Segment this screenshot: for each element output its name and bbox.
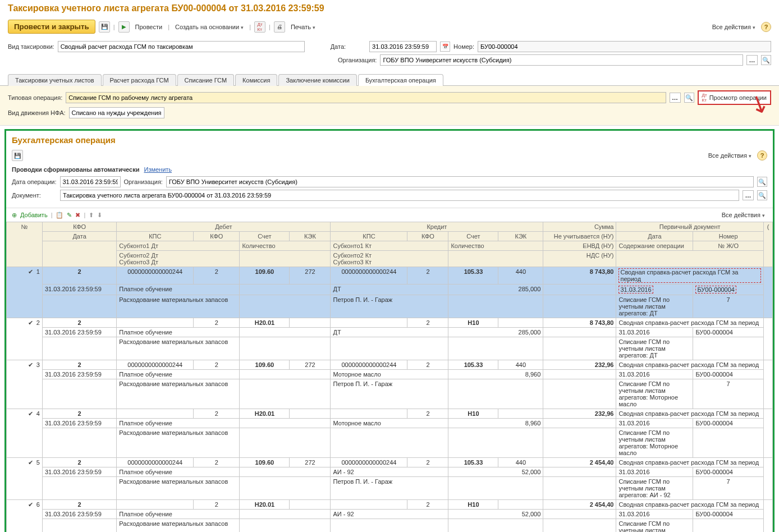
all-actions-2-button[interactable]: Все действия ▾ [706, 151, 754, 160]
doc-search-icon[interactable]: 🔍 [757, 190, 767, 200]
create-based-on-button[interactable]: Создать на основании ▾ [173, 22, 246, 31]
col-qty2: Количество [448, 241, 543, 251]
col-sub2k: Субконто2 КтСубконто3 Кт [331, 251, 448, 267]
add-row-button[interactable]: Добавить [20, 212, 48, 218]
col-номер: Номер [693, 232, 764, 241]
table-row[interactable]: ✔ 3 2 00000000000002442109.60272 0000000… [7, 360, 773, 370]
table-row[interactable]: Расходование материальных запасов Петров… [7, 379, 773, 409]
col-dkps: КПС [117, 232, 194, 241]
label-taxtype: Вид таксировки: [8, 43, 54, 50]
table-row[interactable]: ✔ 6 2 2Н20.01 2Н10 2 454,40 Сводная спра… [7, 500, 773, 510]
copy-icon[interactable]: 📋 [56, 212, 63, 219]
col-num: № [7, 222, 43, 267]
save-icon[interactable]: 💾 [99, 21, 110, 33]
org-input[interactable] [380, 54, 743, 66]
col-ckfo: КФО [407, 232, 448, 241]
col-debit: Дебет [117, 222, 331, 232]
table-row[interactable]: ✔ 4 2 2Н20.01 2Н10 232,96 Сводная справк… [7, 409, 773, 419]
col-dkfo: КФО [194, 232, 240, 241]
calendar-icon[interactable]: 📅 [440, 42, 450, 52]
table-row[interactable]: 31.03.2016 23:59:59 Платное обучение Мот… [7, 419, 773, 428]
typop-search-icon[interactable]: 🔍 [684, 93, 694, 103]
all-actions-3-button[interactable]: Все действия ▾ [720, 210, 767, 219]
post-icon[interactable]: ▶ [118, 21, 130, 33]
typop-input[interactable] [66, 92, 666, 103]
change-link[interactable]: Изменить [144, 166, 172, 173]
add-row-icon[interactable]: ⊕ [12, 212, 17, 219]
table-row[interactable]: ✔ 1 2 00000000000002442109.60272 0000000… [7, 267, 773, 285]
col-cacct: Счет [448, 232, 498, 241]
col-sum: Сумма [543, 222, 616, 232]
date-input[interactable] [369, 41, 437, 52]
org2-input[interactable] [166, 176, 754, 187]
entries-table[interactable]: № КФО Дебет Кредит Сумма Первичный докум… [6, 222, 773, 532]
col-nds: НДС (НУ) [543, 251, 616, 267]
print-button[interactable]: Печать ▾ [288, 22, 318, 31]
col-dacct: Счет [240, 232, 290, 241]
tab-conclusion[interactable]: Заключение комиссии [278, 74, 356, 86]
table-row[interactable]: 31.03.2016 23:59:59 Платное обучение АИ … [7, 510, 773, 519]
table-row[interactable]: 31.03.2016 23:59:59 Платное обучение ДТ2… [7, 328, 773, 337]
help-icon-2[interactable]: ? [757, 150, 767, 160]
print-icon[interactable]: 🖨 [274, 21, 285, 33]
table-row[interactable]: Расходование материальных запасов Списан… [7, 428, 773, 458]
doc-input[interactable] [60, 190, 739, 201]
taxtype-input[interactable] [58, 41, 305, 52]
view-operation-button[interactable]: ДтКт Просмотр операции [698, 90, 771, 105]
col-date: Дата [42, 232, 116, 241]
dtkt-small-icon: ДтКт [702, 93, 707, 103]
label-number: Номер: [453, 43, 474, 50]
tab-fuel-calc[interactable]: Расчет расхода ГСМ [103, 74, 176, 86]
org2-search-icon[interactable]: 🔍 [757, 177, 767, 187]
table-row[interactable]: Расходование материальных запасов Петров… [7, 477, 773, 500]
col-extra: ( [763, 222, 772, 267]
doc-select-icon[interactable]: … [743, 190, 754, 200]
col-ckek: КЭК [498, 232, 543, 241]
table-row[interactable]: 31.03.2016 23:59:59 Платное обучение АИ … [7, 467, 773, 477]
table-row[interactable]: 31.03.2016 23:59:59 Платное обучение ДТ2… [7, 285, 773, 295]
section-title: Бухгалтерская операция [12, 135, 767, 145]
delete-icon[interactable]: ✖ [75, 212, 80, 219]
tab-accounting-op[interactable]: Бухгалтерская операция [358, 74, 443, 86]
org-select-icon[interactable]: … [746, 55, 758, 65]
col-zho: № Ж/О [693, 241, 764, 251]
table-row[interactable]: ✔ 5 2 00000000000002442109.60272 0000000… [7, 458, 773, 467]
all-actions-button[interactable]: Все действия ▾ [710, 22, 758, 31]
table-row[interactable]: Расходование материальных запасов Петров… [7, 295, 773, 318]
auto-generated-label: Проводки сформированы автоматически [12, 166, 139, 173]
tab-fuel-writeoff[interactable]: Списание ГСМ [177, 74, 235, 86]
col-sub2d: Субконто2 ДтСубконто3 Дт [117, 251, 240, 267]
move-down-icon[interactable]: ⬇ [97, 212, 102, 219]
table-row[interactable]: Расходование материальных запасов Списан… [7, 519, 773, 533]
col-sub1k: Субконто1 Кт [331, 241, 448, 251]
col-kfo: КФО [42, 222, 116, 232]
col-sub1d: Субконто1 Дт [117, 241, 240, 251]
number-input[interactable] [478, 41, 771, 52]
label-org: Организация: [338, 57, 377, 63]
save-icon-2[interactable]: 💾 [12, 150, 23, 161]
opdate-input[interactable] [60, 176, 121, 187]
org-search-icon[interactable]: 🔍 [761, 55, 771, 65]
label-date: Дата: [331, 43, 346, 50]
col-envd: ЕНВД (НУ) [543, 241, 616, 251]
col-date2: Дата [616, 232, 693, 241]
nfa-input[interactable] [69, 107, 164, 118]
tab-commission[interactable]: Комиссия [235, 74, 277, 86]
table-row[interactable]: ✔ 2 2 2Н20.01 2Н10 8 743,80 Сводная спра… [7, 318, 773, 328]
tab-tax-lists[interactable]: Таксировки учетных листов [8, 74, 102, 86]
edit-icon[interactable]: ✎ [67, 212, 72, 219]
label-doc: Документ: [12, 192, 57, 199]
typop-select-icon[interactable]: … [670, 93, 681, 103]
col-content: Содержание операции [616, 241, 693, 251]
post-and-close-button[interactable]: Провести и закрыть [8, 20, 95, 34]
table-row[interactable]: Расходование материальных запасов Списан… [7, 337, 773, 360]
help-icon[interactable]: ? [761, 22, 771, 32]
dtkt-icon[interactable]: ДтКт [254, 21, 265, 33]
page-title: Таксировка учетного листа агрегата БУ00-… [8, 3, 771, 13]
table-row[interactable]: 31.03.2016 23:59:59 Платное обучение Мот… [7, 370, 773, 379]
col-dkek: КЭК [290, 232, 331, 241]
col-ckps: КПС [331, 232, 407, 241]
move-up-icon[interactable]: ⬆ [89, 212, 94, 219]
post-button[interactable]: Провести [133, 22, 165, 31]
label-nfa: Вид движения НФА: [8, 109, 66, 116]
